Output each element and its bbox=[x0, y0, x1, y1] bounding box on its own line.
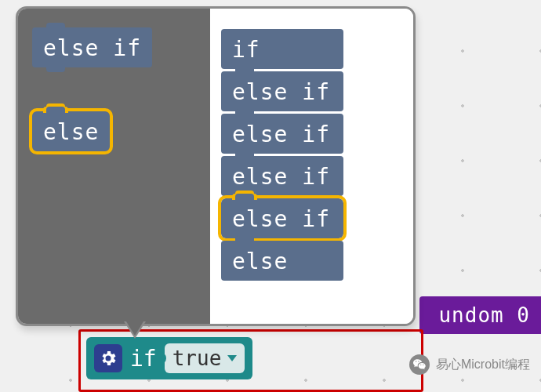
piece-label: else bbox=[43, 119, 99, 145]
palette-else-piece[interactable]: else bbox=[32, 111, 110, 151]
popup-pointer-inner bbox=[126, 321, 143, 336]
stack-else-if-piece[interactable]: else if bbox=[221, 114, 343, 154]
mutation-workspace[interactable]: if else if else if else if else if else bbox=[210, 9, 413, 324]
if-structure-stack[interactable]: if else if else if else if else if else bbox=[221, 29, 402, 281]
if-keyword: if bbox=[130, 346, 157, 372]
mutation-gear-button[interactable] bbox=[94, 344, 122, 372]
stack-else-if-piece[interactable]: else if bbox=[221, 156, 343, 196]
palette-else-if-piece[interactable]: else if bbox=[32, 27, 152, 67]
watermark-text: 易心Microbit编程 bbox=[436, 357, 530, 373]
stack-else-piece[interactable]: else bbox=[221, 241, 343, 281]
condition-value: true bbox=[172, 347, 222, 370]
random-number-block[interactable]: undom 0 bbox=[419, 296, 541, 334]
piece-label: else if bbox=[232, 122, 330, 147]
wechat-icon bbox=[409, 354, 430, 375]
piece-label: else if bbox=[43, 35, 141, 61]
piece-label: else if bbox=[232, 206, 330, 232]
stack-else-if-piece-selected[interactable]: else if bbox=[221, 198, 343, 238]
puzzle-notch bbox=[158, 351, 166, 365]
gear-icon bbox=[99, 349, 118, 368]
piece-label: else if bbox=[232, 79, 330, 105]
chevron-down-icon bbox=[227, 355, 237, 361]
condition-dropdown[interactable]: true bbox=[165, 343, 245, 373]
piece-label: if bbox=[232, 37, 260, 63]
stack-if-piece[interactable]: if bbox=[221, 29, 343, 69]
stack-else-if-piece[interactable]: else if bbox=[221, 71, 343, 111]
wechat-watermark: 易心Microbit编程 bbox=[409, 354, 530, 375]
mutation-popup: else if else if else if else if else if … bbox=[16, 6, 416, 326]
piece-label: else bbox=[232, 249, 288, 274]
mutation-palette[interactable]: else if else bbox=[18, 9, 210, 324]
random-label: undom 0 bbox=[438, 303, 530, 327]
piece-label: else if bbox=[232, 164, 330, 190]
if-block[interactable]: if true bbox=[86, 337, 252, 379]
